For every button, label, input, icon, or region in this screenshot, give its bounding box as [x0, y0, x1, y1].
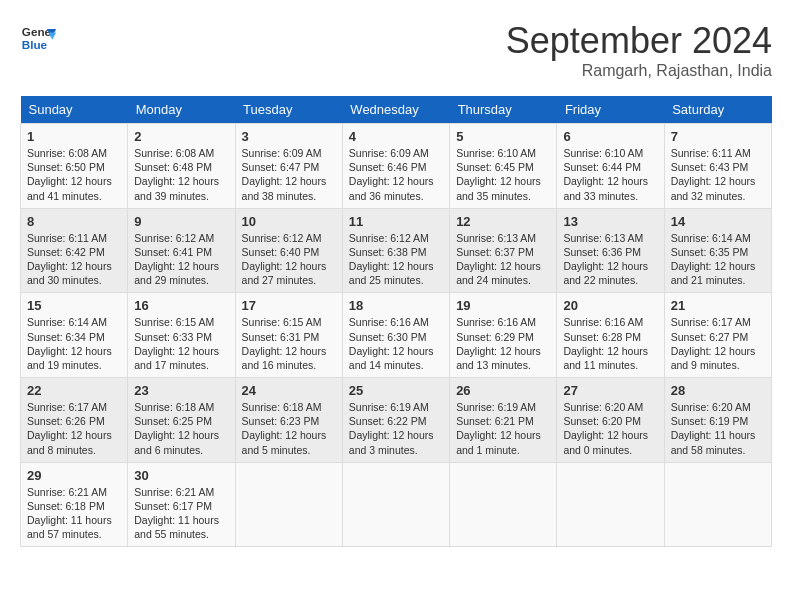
calendar-cell: 11Sunrise: 6:12 AM Sunset: 6:38 PM Dayli…	[342, 208, 449, 293]
month-title: September 2024	[506, 20, 772, 62]
day-number: 12	[456, 214, 550, 229]
day-number: 7	[671, 129, 765, 144]
logo-icon: General Blue	[20, 20, 56, 56]
calendar-cell: 14Sunrise: 6:14 AM Sunset: 6:35 PM Dayli…	[664, 208, 771, 293]
calendar-week-row: 22Sunrise: 6:17 AM Sunset: 6:26 PM Dayli…	[21, 378, 772, 463]
day-number: 1	[27, 129, 121, 144]
day-info: Sunrise: 6:11 AM Sunset: 6:43 PM Dayligh…	[671, 146, 765, 203]
day-number: 26	[456, 383, 550, 398]
calendar-cell: 22Sunrise: 6:17 AM Sunset: 6:26 PM Dayli…	[21, 378, 128, 463]
col-header-wednesday: Wednesday	[342, 96, 449, 124]
day-number: 24	[242, 383, 336, 398]
calendar-week-row: 29Sunrise: 6:21 AM Sunset: 6:18 PM Dayli…	[21, 462, 772, 547]
calendar-cell: 6Sunrise: 6:10 AM Sunset: 6:44 PM Daylig…	[557, 124, 664, 209]
day-number: 28	[671, 383, 765, 398]
col-header-thursday: Thursday	[450, 96, 557, 124]
location-subtitle: Ramgarh, Rajasthan, India	[506, 62, 772, 80]
day-number: 15	[27, 298, 121, 313]
calendar-cell: 15Sunrise: 6:14 AM Sunset: 6:34 PM Dayli…	[21, 293, 128, 378]
day-info: Sunrise: 6:13 AM Sunset: 6:37 PM Dayligh…	[456, 231, 550, 288]
calendar-cell: 19Sunrise: 6:16 AM Sunset: 6:29 PM Dayli…	[450, 293, 557, 378]
day-number: 3	[242, 129, 336, 144]
calendar-cell: 20Sunrise: 6:16 AM Sunset: 6:28 PM Dayli…	[557, 293, 664, 378]
day-number: 9	[134, 214, 228, 229]
day-info: Sunrise: 6:18 AM Sunset: 6:23 PM Dayligh…	[242, 400, 336, 457]
calendar-cell: 3Sunrise: 6:09 AM Sunset: 6:47 PM Daylig…	[235, 124, 342, 209]
svg-text:Blue: Blue	[22, 38, 48, 51]
day-info: Sunrise: 6:17 AM Sunset: 6:26 PM Dayligh…	[27, 400, 121, 457]
day-number: 18	[349, 298, 443, 313]
day-number: 25	[349, 383, 443, 398]
calendar-cell: 24Sunrise: 6:18 AM Sunset: 6:23 PM Dayli…	[235, 378, 342, 463]
calendar-cell: 1Sunrise: 6:08 AM Sunset: 6:50 PM Daylig…	[21, 124, 128, 209]
day-info: Sunrise: 6:16 AM Sunset: 6:29 PM Dayligh…	[456, 315, 550, 372]
day-info: Sunrise: 6:19 AM Sunset: 6:21 PM Dayligh…	[456, 400, 550, 457]
calendar-cell: 17Sunrise: 6:15 AM Sunset: 6:31 PM Dayli…	[235, 293, 342, 378]
calendar-cell: 18Sunrise: 6:16 AM Sunset: 6:30 PM Dayli…	[342, 293, 449, 378]
calendar-cell: 16Sunrise: 6:15 AM Sunset: 6:33 PM Dayli…	[128, 293, 235, 378]
calendar-cell: 13Sunrise: 6:13 AM Sunset: 6:36 PM Dayli…	[557, 208, 664, 293]
day-number: 11	[349, 214, 443, 229]
day-info: Sunrise: 6:12 AM Sunset: 6:38 PM Dayligh…	[349, 231, 443, 288]
day-number: 30	[134, 468, 228, 483]
day-info: Sunrise: 6:12 AM Sunset: 6:40 PM Dayligh…	[242, 231, 336, 288]
calendar-cell: 7Sunrise: 6:11 AM Sunset: 6:43 PM Daylig…	[664, 124, 771, 209]
calendar-cell	[557, 462, 664, 547]
day-number: 2	[134, 129, 228, 144]
calendar-cell	[342, 462, 449, 547]
day-number: 4	[349, 129, 443, 144]
day-number: 16	[134, 298, 228, 313]
calendar-cell: 26Sunrise: 6:19 AM Sunset: 6:21 PM Dayli…	[450, 378, 557, 463]
day-info: Sunrise: 6:08 AM Sunset: 6:50 PM Dayligh…	[27, 146, 121, 203]
calendar-cell: 12Sunrise: 6:13 AM Sunset: 6:37 PM Dayli…	[450, 208, 557, 293]
day-info: Sunrise: 6:11 AM Sunset: 6:42 PM Dayligh…	[27, 231, 121, 288]
day-number: 23	[134, 383, 228, 398]
calendar-week-row: 15Sunrise: 6:14 AM Sunset: 6:34 PM Dayli…	[21, 293, 772, 378]
day-info: Sunrise: 6:21 AM Sunset: 6:18 PM Dayligh…	[27, 485, 121, 542]
calendar-cell	[235, 462, 342, 547]
col-header-tuesday: Tuesday	[235, 96, 342, 124]
day-number: 8	[27, 214, 121, 229]
day-number: 22	[27, 383, 121, 398]
logo: General Blue	[20, 20, 56, 56]
calendar-cell: 10Sunrise: 6:12 AM Sunset: 6:40 PM Dayli…	[235, 208, 342, 293]
calendar-cell	[450, 462, 557, 547]
day-number: 10	[242, 214, 336, 229]
col-header-monday: Monday	[128, 96, 235, 124]
calendar-week-row: 8Sunrise: 6:11 AM Sunset: 6:42 PM Daylig…	[21, 208, 772, 293]
col-header-sunday: Sunday	[21, 96, 128, 124]
calendar-cell: 5Sunrise: 6:10 AM Sunset: 6:45 PM Daylig…	[450, 124, 557, 209]
day-info: Sunrise: 6:20 AM Sunset: 6:19 PM Dayligh…	[671, 400, 765, 457]
day-info: Sunrise: 6:14 AM Sunset: 6:35 PM Dayligh…	[671, 231, 765, 288]
day-info: Sunrise: 6:19 AM Sunset: 6:22 PM Dayligh…	[349, 400, 443, 457]
day-info: Sunrise: 6:08 AM Sunset: 6:48 PM Dayligh…	[134, 146, 228, 203]
day-info: Sunrise: 6:12 AM Sunset: 6:41 PM Dayligh…	[134, 231, 228, 288]
calendar-cell: 9Sunrise: 6:12 AM Sunset: 6:41 PM Daylig…	[128, 208, 235, 293]
day-number: 27	[563, 383, 657, 398]
day-number: 19	[456, 298, 550, 313]
day-info: Sunrise: 6:20 AM Sunset: 6:20 PM Dayligh…	[563, 400, 657, 457]
day-number: 20	[563, 298, 657, 313]
calendar-table: SundayMondayTuesdayWednesdayThursdayFrid…	[20, 96, 772, 547]
calendar-cell: 25Sunrise: 6:19 AM Sunset: 6:22 PM Dayli…	[342, 378, 449, 463]
day-number: 13	[563, 214, 657, 229]
day-info: Sunrise: 6:16 AM Sunset: 6:30 PM Dayligh…	[349, 315, 443, 372]
day-info: Sunrise: 6:15 AM Sunset: 6:31 PM Dayligh…	[242, 315, 336, 372]
calendar-cell: 8Sunrise: 6:11 AM Sunset: 6:42 PM Daylig…	[21, 208, 128, 293]
calendar-cell: 28Sunrise: 6:20 AM Sunset: 6:19 PM Dayli…	[664, 378, 771, 463]
calendar-cell: 27Sunrise: 6:20 AM Sunset: 6:20 PM Dayli…	[557, 378, 664, 463]
day-number: 14	[671, 214, 765, 229]
day-number: 6	[563, 129, 657, 144]
day-number: 29	[27, 468, 121, 483]
calendar-cell: 4Sunrise: 6:09 AM Sunset: 6:46 PM Daylig…	[342, 124, 449, 209]
calendar-cell: 23Sunrise: 6:18 AM Sunset: 6:25 PM Dayli…	[128, 378, 235, 463]
col-header-friday: Friday	[557, 96, 664, 124]
calendar-header-row: SundayMondayTuesdayWednesdayThursdayFrid…	[21, 96, 772, 124]
day-info: Sunrise: 6:18 AM Sunset: 6:25 PM Dayligh…	[134, 400, 228, 457]
day-number: 17	[242, 298, 336, 313]
day-info: Sunrise: 6:10 AM Sunset: 6:45 PM Dayligh…	[456, 146, 550, 203]
calendar-cell: 30Sunrise: 6:21 AM Sunset: 6:17 PM Dayli…	[128, 462, 235, 547]
page-header: General Blue September 2024 Ramgarh, Raj…	[20, 20, 772, 80]
day-info: Sunrise: 6:17 AM Sunset: 6:27 PM Dayligh…	[671, 315, 765, 372]
calendar-week-row: 1Sunrise: 6:08 AM Sunset: 6:50 PM Daylig…	[21, 124, 772, 209]
